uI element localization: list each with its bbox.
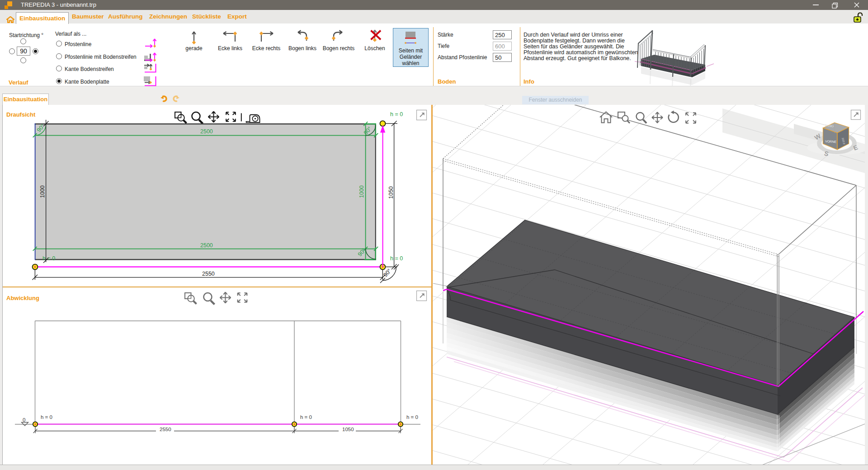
svg-text:h = 0: h = 0 [406,414,418,420]
svg-text:0: 0 [23,417,25,423]
svg-text:h = 0: h = 0 [42,255,55,262]
svg-text:2500: 2500 [200,242,213,249]
svg-text:2550: 2550 [202,271,215,277]
svg-text:1050: 1050 [342,427,354,432]
svg-text:2550: 2550 [160,427,171,432]
svg-text:h = 0: h = 0 [300,414,312,420]
svg-text:1000: 1000 [39,185,46,198]
svg-text:h = 0: h = 0 [390,111,403,118]
svg-text:VORNE: VORNE [825,140,837,143]
svg-text:h = 0: h = 0 [390,255,403,262]
svg-text:1000: 1000 [359,185,365,198]
svg-text:1050: 1050 [388,186,394,199]
svg-text:2500: 2500 [200,128,213,135]
svg-text:h = 0: h = 0 [41,414,52,420]
